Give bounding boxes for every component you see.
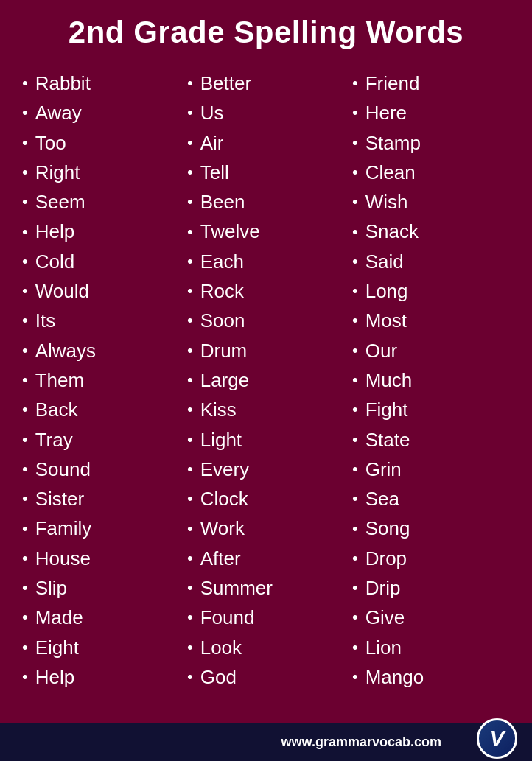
list-item: Clock <box>187 484 345 513</box>
column-2: BetterUsAirTellBeenTwelveEachRockSoonDru… <box>187 69 345 692</box>
list-item: Right <box>22 158 180 187</box>
list-item: Air <box>187 128 345 158</box>
list-item: Summer <box>187 573 345 603</box>
list-item: Drop <box>352 544 510 573</box>
page-title: 2nd Grade Spelling Words <box>22 15 510 50</box>
list-item: After <box>187 544 345 573</box>
main-content: 2nd Grade Spelling Words RabbitAwayTooRi… <box>0 0 532 723</box>
list-item: Sister <box>22 484 180 513</box>
list-item: Rabbit <box>22 69 180 98</box>
list-item: Each <box>187 247 345 276</box>
list-item: Snack <box>352 217 510 246</box>
list-item: Eight <box>22 633 180 662</box>
list-item: Twelve <box>187 217 345 246</box>
list-item: Its <box>22 306 180 335</box>
logo-circle: V <box>477 718 517 759</box>
list-item: Look <box>187 633 345 662</box>
list-item: Said <box>352 247 510 276</box>
list-item: Rock <box>187 276 345 306</box>
list-item: Back <box>22 395 180 424</box>
list-item: Mango <box>352 662 510 692</box>
list-item: Away <box>22 98 180 127</box>
word-columns: RabbitAwayTooRightSeemHelpColdWouldItsAl… <box>22 69 510 692</box>
list-item: Every <box>187 455 345 484</box>
list-item: Stamp <box>352 128 510 158</box>
footer-url: www.grammarvocab.com <box>246 734 477 750</box>
list-item: Better <box>187 69 345 98</box>
list-item: Us <box>187 98 345 127</box>
list-item: Song <box>352 513 510 543</box>
list-item: Light <box>187 425 345 455</box>
list-item: Long <box>352 276 510 306</box>
list-item: Large <box>187 365 345 395</box>
list-item: Would <box>22 276 180 306</box>
list-item: Help <box>22 662 180 692</box>
list-item: Our <box>352 336 510 365</box>
list-item: Family <box>22 513 180 543</box>
list-item: Help <box>22 217 180 246</box>
list-item: Sound <box>22 455 180 484</box>
list-item: Much <box>352 365 510 395</box>
list-item: Here <box>352 98 510 127</box>
list-item: God <box>187 662 345 692</box>
list-item: Tray <box>22 425 180 455</box>
logo-v-icon: V <box>489 726 504 751</box>
list-item: State <box>352 425 510 455</box>
list-item: Drip <box>352 573 510 603</box>
list-item: Drum <box>187 336 345 365</box>
list-item: Fight <box>352 395 510 424</box>
list-item: Them <box>22 365 180 395</box>
column-1: RabbitAwayTooRightSeemHelpColdWouldItsAl… <box>22 69 180 692</box>
list-item: Work <box>187 513 345 543</box>
list-item: Cold <box>22 247 180 276</box>
list-item: Give <box>352 603 510 632</box>
footer: www.grammarvocab.com V <box>0 723 532 761</box>
logo-container: V <box>477 718 517 759</box>
list-item: Been <box>187 187 345 217</box>
list-item: Wish <box>352 187 510 217</box>
list-item: Kiss <box>187 395 345 424</box>
list-item: Slip <box>22 573 180 603</box>
list-item: Soon <box>187 306 345 335</box>
list-item: Lion <box>352 633 510 662</box>
list-item: Made <box>22 603 180 632</box>
list-item: Tell <box>187 158 345 187</box>
column-3: FriendHereStampCleanWishSnackSaidLongMos… <box>352 69 510 692</box>
list-item: Sea <box>352 484 510 513</box>
list-item: Always <box>22 336 180 365</box>
list-item: Friend <box>352 69 510 98</box>
list-item: Seem <box>22 187 180 217</box>
list-item: Found <box>187 603 345 632</box>
list-item: Too <box>22 128 180 158</box>
list-item: House <box>22 544 180 573</box>
list-item: Clean <box>352 158 510 187</box>
list-item: Most <box>352 306 510 335</box>
list-item: Grin <box>352 455 510 484</box>
